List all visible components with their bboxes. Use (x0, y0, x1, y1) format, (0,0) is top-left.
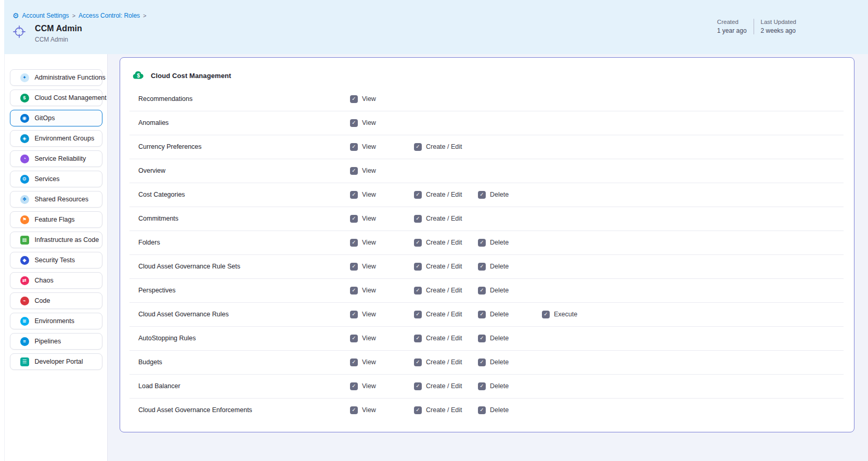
checked-checkbox-icon[interactable]: ✓ (414, 335, 422, 342)
permission-toggle[interactable]: ✓ Create / Edit (414, 239, 478, 247)
meta-block: Created 1 year ago (710, 19, 754, 34)
checked-checkbox-icon[interactable]: ✓ (542, 311, 550, 318)
checked-checkbox-icon[interactable]: ✓ (414, 215, 422, 223)
permission-toggle[interactable]: ✓ Delete (478, 239, 542, 247)
checked-checkbox-icon[interactable]: ✓ (350, 382, 358, 390)
checked-checkbox-icon[interactable]: ✓ (478, 191, 486, 199)
permission-toggle[interactable]: ✓ Create / Edit (414, 382, 478, 390)
checked-checkbox-icon[interactable]: ✓ (478, 287, 486, 294)
sidebar-item[interactable]: ▤ Infrastructure as Code (10, 232, 102, 248)
permission-row: Cost Categories ✓ View ✓ Create / Edit ✓ (120, 183, 854, 207)
checked-checkbox-icon[interactable]: ✓ (414, 382, 422, 390)
permission-toggle[interactable]: ✓ Create / Edit (414, 358, 478, 366)
sidebar-item[interactable]: ❖ Shared Resources (10, 191, 102, 208)
permission-toggle[interactable]: ✓ Delete (478, 263, 542, 271)
sidebar-item[interactable]: ◉ GitOps (10, 110, 102, 126)
permission-toggle[interactable]: ✓ Create / Edit (414, 263, 478, 271)
permission-toggle[interactable]: ✓ Create / Edit (414, 287, 478, 294)
checked-checkbox-icon[interactable]: ✓ (478, 406, 486, 414)
permission-toggle[interactable]: ✓ View (350, 191, 414, 199)
permission-toggle[interactable]: ✓ View (350, 358, 414, 366)
checked-checkbox-icon[interactable]: ✓ (350, 358, 358, 366)
sidebar-item[interactable]: ☰ Developer Portal (10, 353, 102, 370)
permission-toggle[interactable]: ✓ View (350, 263, 414, 271)
permission-toggle[interactable]: ✓ Delete (478, 287, 542, 294)
permission-toggle[interactable]: ✓ Create / Edit (414, 191, 478, 199)
checked-checkbox-icon[interactable]: ✓ (414, 239, 422, 247)
permission-toggle[interactable]: ✓ Delete (478, 335, 542, 342)
permission-toggle[interactable]: ✓ View (350, 119, 414, 127)
checked-checkbox-icon[interactable]: ✓ (350, 406, 358, 414)
permission-toggle[interactable]: ✓ View (350, 382, 414, 390)
permission-toggle[interactable]: ✓ View (350, 143, 414, 151)
cloud-cost-management-icon: $ (20, 94, 29, 103)
checked-checkbox-icon[interactable]: ✓ (478, 335, 486, 342)
checked-checkbox-icon[interactable]: ✓ (414, 263, 422, 271)
sidebar-item[interactable]: ⌁ Code (10, 292, 102, 309)
page-title: CCM Admin (35, 24, 82, 33)
sidebar-item[interactable]: ≋ Environments (10, 313, 102, 329)
main-area: $ Cloud Cost Management Recommendations … (108, 54, 868, 461)
permission-toggle[interactable]: ✓ Delete (478, 311, 542, 318)
checked-checkbox-icon[interactable]: ✓ (478, 263, 486, 271)
breadcrumb-account-settings[interactable]: Account Settings (22, 12, 69, 19)
sidebar-item[interactable]: ⇄ Chaos (10, 272, 102, 289)
sidebar-item[interactable]: ⚑ Feature Flags (10, 211, 102, 228)
permission-label: Create / Edit (426, 143, 462, 150)
checked-checkbox-icon[interactable]: ✓ (350, 215, 358, 223)
sidebar-item[interactable]: ≡ Pipelines (10, 333, 102, 350)
permission-toggle[interactable]: ✓ View (350, 167, 414, 175)
checked-checkbox-icon[interactable]: ✓ (414, 358, 422, 366)
checked-checkbox-icon[interactable]: ✓ (350, 239, 358, 247)
checked-checkbox-icon[interactable]: ✓ (414, 406, 422, 414)
checked-checkbox-icon[interactable]: ✓ (350, 287, 358, 294)
checked-checkbox-icon[interactable]: ✓ (414, 311, 422, 318)
permission-toggle[interactable]: ✓ View (350, 215, 414, 223)
checked-checkbox-icon[interactable]: ✓ (350, 263, 358, 271)
permission-toggle[interactable]: ✓ Delete (478, 191, 542, 199)
permission-toggle[interactable]: ✓ Create / Edit (414, 311, 478, 318)
permission-toggle[interactable]: ✓ Create / Edit (414, 406, 478, 414)
checked-checkbox-icon[interactable]: ✓ (350, 119, 358, 127)
checked-checkbox-icon[interactable]: ✓ (350, 311, 358, 318)
permission-toggle[interactable]: ✓ Execute (542, 311, 606, 318)
permission-toggle[interactable]: ✓ View (350, 239, 414, 247)
checked-checkbox-icon[interactable]: ✓ (414, 143, 422, 151)
breadcrumb-access-control-roles[interactable]: Access Control: Roles (79, 12, 140, 19)
environment-groups-icon: ◈ (20, 134, 29, 143)
sidebar-item[interactable]: ◔ Service Reliability (10, 150, 102, 167)
sidebar-item[interactable]: ◆ Security Tests (10, 252, 102, 268)
permission-toggle[interactable]: ✓ Delete (478, 382, 542, 390)
permission-toggle[interactable]: ✓ Create / Edit (414, 143, 478, 151)
permission-label: View (362, 167, 376, 174)
checked-checkbox-icon[interactable]: ✓ (414, 287, 422, 294)
sidebar-item[interactable]: $ Cloud Cost Management (10, 89, 102, 106)
sidebar-item[interactable]: ◈ Environment Groups (10, 130, 102, 147)
checked-checkbox-icon[interactable]: ✓ (478, 382, 486, 390)
permission-toggle[interactable]: ✓ Delete (478, 358, 542, 366)
checked-checkbox-icon[interactable]: ✓ (350, 335, 358, 342)
permission-toggle[interactable]: ✓ View (350, 406, 414, 414)
role-title-texts: CCM Admin CCM Admin (35, 24, 82, 43)
service-reliability-icon: ◔ (20, 155, 29, 163)
permission-toggle[interactable]: ✓ View (350, 335, 414, 342)
sidebar-item[interactable]: ⚙ Services (10, 171, 102, 187)
permission-label: Create / Edit (426, 263, 462, 270)
checked-checkbox-icon[interactable]: ✓ (478, 311, 486, 318)
checked-checkbox-icon[interactable]: ✓ (478, 239, 486, 247)
permission-toggle[interactable]: ✓ Create / Edit (414, 215, 478, 223)
checked-checkbox-icon[interactable]: ✓ (414, 191, 422, 199)
checked-checkbox-icon[interactable]: ✓ (478, 358, 486, 366)
permission-toggle[interactable]: ✓ Create / Edit (414, 335, 478, 342)
sidebar-item[interactable]: ✦ Administrative Functions (10, 69, 102, 86)
checked-checkbox-icon[interactable]: ✓ (350, 143, 358, 151)
permission-toggle[interactable]: ✓ Delete (478, 406, 542, 414)
permission-toggle[interactable]: ✓ View (350, 95, 414, 103)
checked-checkbox-icon[interactable]: ✓ (350, 95, 358, 103)
permission-toggle[interactable]: ✓ View (350, 287, 414, 294)
permission-label: Create / Edit (426, 287, 462, 294)
permission-toggle[interactable]: ✓ View (350, 311, 414, 318)
chaos-icon: ⇄ (20, 276, 29, 285)
checked-checkbox-icon[interactable]: ✓ (350, 167, 358, 175)
checked-checkbox-icon[interactable]: ✓ (350, 191, 358, 199)
